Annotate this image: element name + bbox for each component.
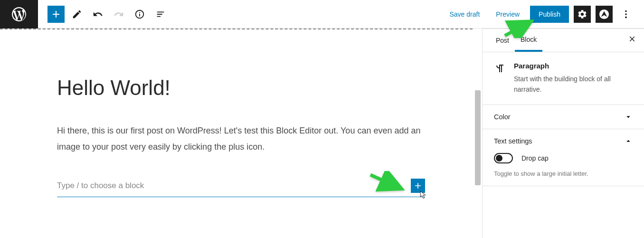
scroll-thumb[interactable] — [475, 90, 481, 185]
toolbar-right: Save draft Preview Publish — [444, 6, 644, 23]
editor-main: Hello World! Hi there, this is our first… — [0, 29, 644, 238]
toolbar-left — [43, 6, 169, 23]
outline-button[interactable] — [152, 6, 169, 23]
add-block-button[interactable] — [47, 6, 65, 23]
info-button[interactable] — [131, 6, 148, 23]
redo-button[interactable] — [110, 6, 127, 23]
panel-text-label: Text settings — [494, 137, 532, 145]
preview-button[interactable]: Preview — [490, 7, 525, 22]
cursor-icon — [418, 190, 428, 200]
close-sidebar-button[interactable] — [628, 35, 636, 45]
block-type-title: Paragraph — [514, 62, 633, 70]
publish-button[interactable]: Publish — [530, 6, 569, 23]
placeholder-text: Type / to choose a block — [57, 181, 411, 190]
tab-post[interactable]: Post — [490, 30, 515, 51]
kebab-icon — [621, 9, 631, 19]
block-type-desc: Start with the building block of all nar… — [514, 74, 633, 95]
svg-point-1 — [625, 10, 627, 12]
panel-color: Color — [483, 105, 644, 129]
drop-cap-hint: Toggle to show a large initial letter. — [494, 170, 633, 177]
block-description: Paragraph Start with the building block … — [483, 52, 644, 105]
editor-header: Save draft Preview Publish — [0, 0, 644, 29]
info-icon — [134, 9, 145, 19]
drop-cap-toggle[interactable] — [494, 153, 513, 163]
editor-canvas[interactable]: Hello World! Hi there, this is our first… — [0, 29, 483, 238]
svg-point-2 — [625, 13, 627, 15]
new-block-placeholder[interactable]: Type / to choose a block — [57, 175, 425, 197]
panel-text-body: Drop cap Toggle to show a large initial … — [483, 153, 644, 186]
plugin-button[interactable] — [596, 6, 613, 23]
close-icon — [628, 35, 636, 43]
panel-color-label: Color — [494, 113, 511, 121]
drop-cap-row: Drop cap — [494, 153, 633, 163]
edit-tool-button[interactable] — [68, 6, 85, 23]
plus-icon — [413, 181, 423, 190]
drop-cap-label: Drop cap — [521, 154, 549, 162]
save-draft-button[interactable]: Save draft — [444, 7, 485, 22]
chevron-up-icon — [624, 137, 633, 145]
wordpress-logo[interactable] — [0, 0, 38, 29]
panel-color-header[interactable]: Color — [483, 105, 644, 129]
chevron-down-icon — [624, 113, 633, 121]
scrollbar[interactable] — [474, 29, 482, 238]
more-options-button[interactable] — [617, 6, 635, 23]
undo-button[interactable] — [89, 6, 106, 23]
settings-button[interactable] — [574, 6, 591, 23]
paragraph-icon — [494, 62, 505, 95]
list-icon — [155, 9, 166, 19]
sidebar-tabs: Post Block — [483, 29, 644, 52]
svg-point-3 — [625, 16, 627, 18]
post-title[interactable]: Hello World! — [57, 76, 425, 100]
tab-block[interactable]: Block — [515, 29, 542, 52]
wordpress-icon — [10, 6, 28, 23]
plus-icon — [50, 9, 62, 20]
inline-add-block-button[interactable] — [411, 179, 425, 193]
redo-icon — [114, 9, 124, 19]
pencil-icon — [72, 9, 82, 19]
triangle-icon — [599, 9, 609, 19]
settings-sidebar: Post Block Paragraph Start with the buil… — [483, 29, 644, 238]
panel-text-settings: Text settings Drop cap Toggle to show a … — [483, 129, 644, 186]
undo-icon — [93, 9, 103, 19]
post-body[interactable]: Hi there, this is our first post on Word… — [57, 123, 425, 155]
panel-text-header[interactable]: Text settings — [483, 129, 644, 153]
gear-icon — [577, 9, 587, 19]
